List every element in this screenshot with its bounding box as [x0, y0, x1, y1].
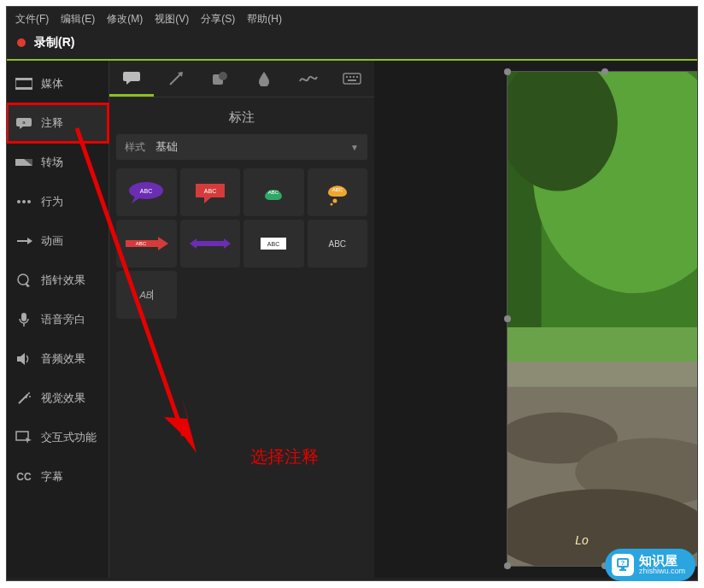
svg-rect-2 — [15, 87, 32, 90]
svg-rect-66 — [621, 567, 625, 569]
callout-thumbnails: ABC ABC ABC ABC ABC — [109, 160, 374, 327]
sidebar-item-animations[interactable]: 动画 — [7, 221, 109, 261]
sidebar-item-label: 行为 — [41, 194, 63, 209]
sidebar: 媒体 a 注释 转场 行 — [7, 61, 109, 578]
chevron-down-icon: ▼ — [350, 143, 359, 152]
menu-edit[interactable]: 编辑(E) — [61, 12, 95, 26]
panel-title: 标注 — [109, 97, 374, 134]
svg-text:ABC: ABC — [268, 190, 279, 195]
callout-thumb[interactable] — [180, 220, 241, 268]
callout-thumb[interactable]: ABC — [243, 168, 304, 216]
svg-point-19 — [28, 392, 30, 394]
sidebar-item-label: 字幕 — [41, 469, 63, 485]
tool-tabs — [109, 61, 374, 97]
svg-rect-32 — [349, 76, 351, 78]
svg-point-21 — [29, 396, 31, 397]
behavior-icon — [15, 195, 32, 209]
sidebar-item-cursor-effects[interactable]: 指针效果 — [7, 261, 109, 300]
tab-arrow[interactable] — [154, 61, 198, 97]
sidebar-item-voice[interactable]: 语音旁白 — [7, 300, 109, 339]
menu-view[interactable]: 视图(V) — [155, 12, 189, 26]
animation-icon — [15, 234, 32, 248]
svg-marker-49 — [190, 238, 231, 249]
mic-icon — [15, 313, 32, 326]
sidebar-item-label: 交互式功能 — [41, 430, 97, 445]
svg-point-20 — [26, 397, 27, 398]
annotation-panel: 标注 样式 基础 ▼ ABC ABC ABC — [109, 61, 374, 578]
resize-handle[interactable] — [601, 68, 608, 75]
tab-keyboard[interactable] — [330, 61, 374, 97]
svg-text:ABC: ABC — [136, 241, 147, 246]
svg-text:ABC: ABC — [204, 188, 216, 194]
svg-rect-24 — [123, 72, 140, 81]
record-label: 录制(R) — [34, 35, 74, 50]
sidebar-item-annotations[interactable]: a 注释 — [7, 103, 109, 143]
sidebar-item-transitions[interactable]: 转场 — [7, 143, 109, 182]
callout-thumb[interactable]: ABC — [116, 168, 177, 216]
svg-text:ABC: ABC — [267, 241, 279, 247]
svg-rect-31 — [346, 76, 348, 78]
watermark-badge: ? 知识屋 zhishiwu.com — [605, 549, 695, 581]
svg-rect-67 — [619, 569, 626, 571]
sidebar-item-label: 指针效果 — [41, 273, 85, 288]
menu-help[interactable]: 帮助(H) — [247, 12, 282, 26]
svg-marker-40 — [204, 197, 211, 203]
svg-marker-47 — [158, 237, 168, 250]
style-dropdown[interactable]: 样式 基础 ▼ — [116, 134, 367, 160]
sidebar-item-interactive[interactable]: 交互式功能 — [7, 418, 109, 457]
svg-marker-25 — [126, 81, 131, 85]
resize-handle[interactable] — [504, 562, 511, 569]
svg-rect-57 — [507, 362, 698, 387]
tab-sketch[interactable] — [286, 61, 331, 97]
callout-thumb[interactable]: ABC — [308, 168, 368, 216]
svg-point-44 — [330, 203, 332, 206]
record-bar[interactable]: 录制(R) — [7, 32, 697, 59]
svg-text:ABC: ABC — [332, 187, 343, 192]
watermark-title: 知识屋 — [639, 554, 685, 568]
sidebar-item-label: 语音旁白 — [41, 312, 85, 327]
cursor-icon — [15, 273, 32, 287]
annotation-overlay-text: 选择注释 — [250, 445, 319, 468]
sidebar-item-behaviors[interactable]: 行为 — [7, 182, 109, 221]
sidebar-item-audio-effects[interactable]: 音频效果 — [7, 339, 109, 379]
svg-rect-1 — [15, 78, 32, 80]
menu-file[interactable]: 文件(F) — [15, 12, 49, 26]
callout-thumb[interactable]: ABC — [116, 220, 177, 268]
sidebar-item-label: 注释 — [41, 115, 63, 131]
menu-share[interactable]: 分享(S) — [201, 12, 235, 26]
watermark-icon: ? — [612, 554, 634, 576]
menu-modify[interactable]: 修改(M) — [107, 12, 143, 26]
resize-handle[interactable] — [504, 68, 511, 75]
speaker-icon — [15, 352, 32, 366]
tab-shape[interactable] — [197, 61, 242, 97]
record-icon — [15, 37, 27, 49]
sidebar-item-label: 动画 — [41, 233, 63, 249]
callout-thumb[interactable]: ABC — [243, 220, 304, 268]
media-icon — [15, 77, 32, 91]
sidebar-item-label: 媒体 — [41, 76, 63, 91]
svg-rect-34 — [356, 76, 358, 78]
svg-line-18 — [19, 394, 28, 403]
callout-label: ABC — [328, 239, 346, 249]
svg-line-26 — [170, 74, 180, 85]
wand-icon — [15, 391, 32, 405]
svg-point-29 — [219, 72, 227, 80]
canvas-clip[interactable]: Lo — [507, 71, 698, 567]
sidebar-item-label: 转场 — [41, 155, 63, 170]
sidebar-item-media[interactable]: 媒体 — [7, 64, 109, 103]
callout-thumb[interactable]: ABC — [180, 168, 241, 216]
svg-marker-12 — [27, 238, 32, 244]
tab-callout[interactable] — [109, 61, 154, 97]
svg-rect-33 — [353, 76, 355, 78]
svg-rect-15 — [21, 313, 26, 321]
callout-thumb[interactable]: AB — [116, 271, 177, 319]
svg-marker-17 — [17, 353, 25, 365]
transition-icon — [15, 156, 32, 169]
svg-rect-35 — [348, 79, 356, 81]
callout-thumb[interactable]: ABC — [308, 220, 368, 268]
resize-handle[interactable] — [504, 315, 511, 322]
sidebar-item-visual-effects[interactable]: 视觉效果 — [7, 379, 109, 418]
tab-blur[interactable] — [242, 61, 286, 97]
annotation-icon: a — [15, 116, 32, 130]
sidebar-item-captions[interactable]: CC 字幕 — [7, 457, 109, 497]
